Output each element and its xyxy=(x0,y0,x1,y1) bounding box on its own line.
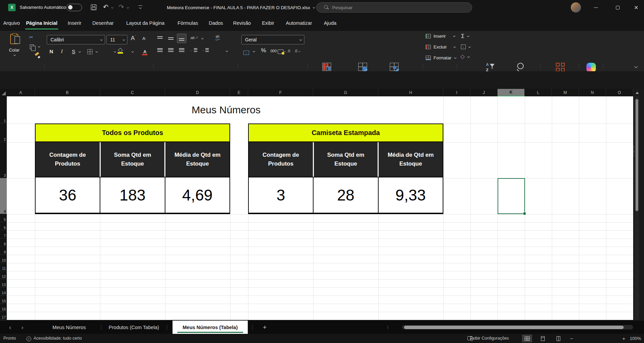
align-top-icon[interactable] xyxy=(157,36,163,39)
collapse-ribbon-chevron-icon[interactable] xyxy=(634,65,638,68)
row-header-17[interactable]: 17 xyxy=(0,312,7,320)
delete-cells-button[interactable]: Excluir xyxy=(426,44,455,50)
column-header-G[interactable]: G xyxy=(313,89,378,96)
row-header-7[interactable]: 7 xyxy=(0,230,7,239)
column-header-N[interactable]: N xyxy=(579,89,606,96)
undo-chevron-icon[interactable] xyxy=(111,6,114,8)
align-left-icon[interactable] xyxy=(157,48,163,52)
column-header-B[interactable]: B xyxy=(35,89,100,96)
zoom-out-button[interactable]: − xyxy=(570,336,573,341)
copy-icon[interactable] xyxy=(30,44,34,49)
sheet-tab-produtos-com-tabela[interactable]: Produtos (Com Tabela) xyxy=(104,321,164,334)
table-value-cell[interactable]: 183 xyxy=(100,177,164,213)
display-settings-label[interactable]: Exibir Configurações xyxy=(470,336,509,341)
insert-cells-button[interactable]: Inserir xyxy=(426,34,455,39)
search-box[interactable]: Pesquisar xyxy=(316,2,472,13)
orientation-icon[interactable]: ab↗ xyxy=(190,36,198,40)
quick-access-chevron-icon[interactable] xyxy=(139,6,142,9)
tab-formulas[interactable]: Fórmulas xyxy=(173,15,203,31)
minimize-button[interactable] xyxy=(588,0,604,15)
tab-revisao[interactable]: Revisão xyxy=(229,15,255,31)
row-header-12[interactable]: 12 xyxy=(0,271,7,279)
comma-style-button[interactable]: 000 xyxy=(270,49,277,53)
column-header-L[interactable]: L xyxy=(525,89,552,96)
row-header-11[interactable]: 11 xyxy=(0,263,7,271)
autosave-toggle[interactable] xyxy=(66,4,82,11)
italic-button[interactable]: I xyxy=(61,49,63,54)
fill-color-icon[interactable] xyxy=(118,48,123,54)
tab-inserir[interactable]: Inserir xyxy=(64,15,85,31)
decrease-indent-icon[interactable]: ← xyxy=(190,48,197,52)
column-header-A[interactable]: A xyxy=(7,89,35,96)
row-header-6[interactable]: 6 xyxy=(0,222,7,230)
merge-center-icon[interactable]: ↔ xyxy=(243,51,249,55)
row-header-3[interactable]: 3 xyxy=(0,142,7,178)
underline-button[interactable]: S xyxy=(72,49,75,54)
table-value-cell[interactable]: 36 xyxy=(36,177,100,213)
number-format-combobox[interactable]: Geral xyxy=(241,35,304,44)
accounting-chevron-icon[interactable] xyxy=(253,50,255,52)
format-painter-icon[interactable] xyxy=(35,53,40,58)
view-normal-button[interactable] xyxy=(522,335,532,342)
fill-color-chevron-icon[interactable] xyxy=(114,50,116,53)
row-header-13[interactable]: 13 xyxy=(0,279,7,287)
merge-chevron-icon[interactable] xyxy=(226,50,228,52)
quick-access-bar-icon[interactable] xyxy=(138,5,142,6)
tab-desenhar[interactable]: Desenhar xyxy=(88,15,118,31)
font-color-chevron-icon[interactable] xyxy=(132,50,134,53)
column-header-H[interactable]: H xyxy=(378,89,443,96)
next-sheet-button[interactable]: › xyxy=(18,321,27,334)
add-sheet-button[interactable]: + xyxy=(260,321,270,334)
user-avatar[interactable] xyxy=(571,2,581,13)
row-header-5[interactable]: 5 xyxy=(0,214,7,222)
sheet-tab-meus-numeros-tabela[interactable]: Meus Números (Tabela) xyxy=(173,321,248,334)
tab-arquivo[interactable]: Arquivo xyxy=(2,15,21,31)
undo-icon[interactable]: ↶ xyxy=(103,4,108,10)
zoom-in-button[interactable]: + xyxy=(622,336,625,341)
row-header-15[interactable]: 15 xyxy=(0,296,7,304)
cut-icon[interactable]: ✂ xyxy=(29,34,34,40)
table-value-cell[interactable]: 3 xyxy=(249,177,313,213)
title-chevron-icon[interactable] xyxy=(313,6,315,8)
view-page-break-button[interactable] xyxy=(553,335,563,342)
row-header-16[interactable]: 16 xyxy=(0,304,7,312)
horizontal-scrollbar[interactable] xyxy=(402,325,633,329)
increase-decimal-button[interactable]: ←.0 xyxy=(283,49,290,53)
column-header-K[interactable]: K xyxy=(498,89,525,96)
fill-button[interactable]: ↓ xyxy=(461,44,470,49)
autosum-button[interactable]: Σ xyxy=(461,33,469,39)
zoom-level[interactable]: 100% xyxy=(630,336,641,341)
status-ready[interactable]: Pronto xyxy=(3,336,16,341)
increase-indent-icon[interactable]: → xyxy=(201,48,209,52)
tab-layout-da-pagina[interactable]: Layout da Página xyxy=(121,15,170,31)
maximize-button[interactable] xyxy=(610,0,625,15)
tab-ajuda[interactable]: Ajuda xyxy=(320,15,340,31)
decrease-decimal-button[interactable]: .0→ xyxy=(294,49,301,53)
select-all-corner[interactable] xyxy=(0,89,7,96)
orientation-chevron-icon[interactable] xyxy=(201,37,204,39)
shrink-font-button[interactable]: Aˇ xyxy=(142,36,146,41)
table-value-cell[interactable]: 9,33 xyxy=(378,177,443,213)
tab-automatizar[interactable]: Automatizar xyxy=(281,15,317,31)
bold-button[interactable]: N xyxy=(49,49,53,54)
grow-font-button[interactable]: Aˆ xyxy=(131,35,136,42)
close-button[interactable]: ✕ xyxy=(628,0,644,15)
row-header-9[interactable]: 9 xyxy=(0,247,7,255)
font-name-combobox[interactable]: Calibri xyxy=(47,35,105,44)
prev-sheet-button[interactable]: ‹ xyxy=(5,321,15,334)
table-value-cell[interactable]: 28 xyxy=(313,177,378,213)
tab-pagina-inicial[interactable]: Página Inicial xyxy=(23,15,60,31)
column-header-J[interactable]: J xyxy=(470,89,498,96)
row-header-14[interactable]: 14 xyxy=(0,287,7,296)
table-value-cell[interactable]: 4,69 xyxy=(165,177,229,213)
row-header-2[interactable]: 2 xyxy=(0,123,7,142)
clear-button[interactable] xyxy=(461,55,469,58)
save-icon[interactable] xyxy=(91,4,97,10)
font-color-icon[interactable]: A xyxy=(142,49,147,55)
row-header-10[interactable]: 10 xyxy=(0,255,7,263)
align-middle-icon[interactable] xyxy=(168,37,174,40)
align-right-icon[interactable] xyxy=(179,48,184,52)
scroll-up-arrow-icon[interactable] xyxy=(636,92,639,94)
row-header-8[interactable]: 8 xyxy=(0,239,7,247)
column-header-C[interactable]: C xyxy=(100,89,165,96)
